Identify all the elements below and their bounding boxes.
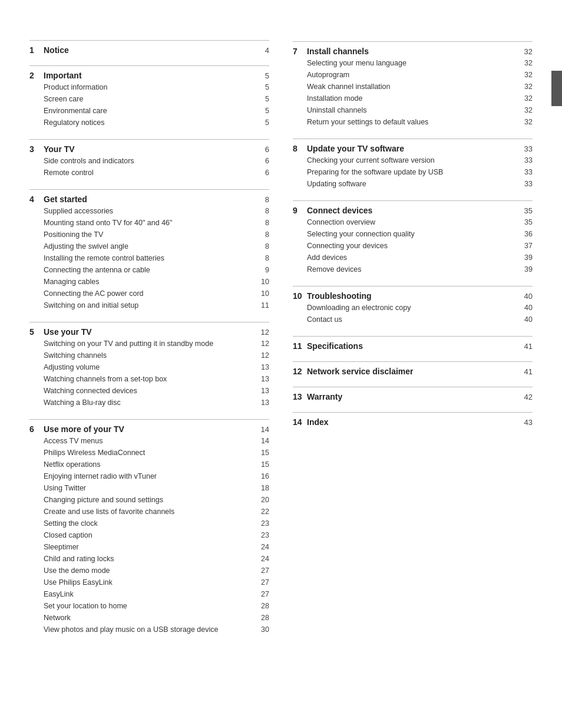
toc-item-page: 12 [261,338,269,350]
section-title: Troubleshooting [307,291,372,301]
toc-item-page: 9 [265,264,269,276]
toc-item-text: Checking your current software version [307,154,520,166]
section-header: 7Install channels32 [293,47,533,56]
toc-item: Switching on your TV and putting it in s… [29,338,269,350]
toc-item-page: 32 [524,69,533,81]
toc-item-page: 8 [265,241,269,252]
toc-item-text: Switching channels [44,350,256,361]
section-divider [29,189,269,190]
toc-item: Installing the remote control batteries8 [29,252,269,264]
toc-section: 9Connect devices35Connection overview35S… [293,200,533,275]
toc-item-page: 13 [261,397,269,409]
section-number: 7 [293,47,302,56]
toc-item-text: Child and rating locks [44,553,256,565]
toc-item: EasyLink27 [29,588,269,600]
section-number: 5 [29,327,39,337]
toc-item-text: Sleeptimer [44,541,256,553]
toc-item-text: Add devices [307,252,520,263]
toc-item-page: 40 [524,302,533,314]
toc-item-page: 39 [524,252,533,263]
toc-item-page: 8 [265,205,269,217]
page-wrapper: 1Notice42Important5Product information5S… [0,0,562,670]
toc-item: Switching on and initial setup11 [29,299,269,311]
toc-item-text: Switching on and initial setup [44,299,256,311]
toc-item: Set your location to home28 [29,600,269,612]
toc-item-page: 40 [524,314,533,325]
toc-item: Side controls and indicators6 [29,155,269,167]
toc-item: Downloading an electronic copy40 [293,302,533,314]
toc-item: Adjusting the swivel angle8 [29,241,269,252]
section-page: 41 [524,367,533,376]
toc-item-page: 13 [261,385,269,397]
toc-item: Connecting your devices37 [293,240,533,252]
section-title: Index [307,417,329,427]
toc-item-text: Using Twitter [44,482,256,494]
section-divider [29,65,269,66]
toc-item: Installation mode32 [293,93,533,104]
toc-item-text: Selecting your connection quality [307,228,520,240]
section-header: 13Warranty42 [293,392,533,401]
toc-item-text: Preparing for the software update by USB [307,166,520,178]
toc-item: Preparing for the software update by USB… [293,166,533,178]
toc-item-page: 5 [265,93,269,105]
section-header: 4Get started8 [29,195,269,204]
toc-section: 11Specifications41 [293,336,533,351]
section-header: 3Your TV6 [29,144,269,154]
toc-item-text: Connecting your devices [307,240,520,252]
toc-item: Selecting your connection quality36 [293,228,533,240]
section-divider [293,139,533,139]
section-title: Specifications [307,341,363,351]
section-header: 8Update your TV software33 [293,144,533,153]
toc-item-text: Environmental care [44,105,260,117]
toc-item-text: Setting the clock [44,518,256,529]
section-divider [293,200,533,201]
toc-item-text: Uninstall channels [307,104,520,116]
toc-item: Product information5 [29,81,269,93]
toc-item-page: 6 [265,167,269,179]
section-header: 2Important5 [29,71,269,80]
section-header: 11Specifications41 [293,341,533,351]
toc-item-page: 27 [261,565,269,577]
section-page: 33 [524,144,533,153]
section-number: 13 [293,392,302,401]
toc-item: Connecting the antenna or cable9 [29,264,269,276]
toc-item-text: Access TV menus [44,435,256,447]
toc-item-text: Installing the remote control batteries [44,252,260,264]
toc-section: 12Network service disclaimer41 [293,361,533,376]
section-title: Connect devices [307,206,372,215]
toc-section: 1Notice4 [29,40,269,55]
toc-item-page: 27 [261,577,269,588]
toc-item-page: 30 [261,624,269,635]
toc-item-text: Connecting the antenna or cable [44,264,260,276]
section-number: 14 [293,417,302,427]
toc-item-text: Regulatory notices [44,117,260,129]
toc-section: 5Use your TV12Switching on your TV and p… [29,322,269,409]
toc-item-text: Adjusting volume [44,361,256,373]
toc-item-page: 28 [261,612,269,624]
toc-item-page: 5 [265,117,269,129]
toc-item-text: Remote control [44,167,260,179]
section-divider [29,40,269,41]
toc-item-page: 13 [261,361,269,373]
toc-item-page: 20 [261,494,269,506]
toc-item-page: 37 [524,240,533,252]
toc-item-text: Updating software [307,178,520,190]
toc-item-text: Use the demo mode [44,565,256,577]
section-title: Install channels [307,47,369,56]
toc-item-text: Supplied accessories [44,205,260,217]
toc-item: Remote control6 [29,167,269,179]
toc-item-page: 39 [524,263,533,275]
section-number: 9 [293,206,302,215]
toc-item-page: 35 [524,216,533,228]
section-divider [293,41,533,42]
toc-item: Add devices39 [293,252,533,263]
toc-item: Network28 [29,612,269,624]
section-title: Network service disclaimer [307,367,414,376]
toc-item-text: Changing picture and sound settings [44,494,256,506]
toc-item-page: 8 [265,252,269,264]
toc-item-text: Use Philips EasyLink [44,577,256,588]
section-page: 5 [265,71,269,80]
toc-item-text: Managing cables [44,276,256,288]
toc-item: View photos and play music on a USB stor… [29,624,269,635]
toc-item-page: 32 [524,81,533,93]
